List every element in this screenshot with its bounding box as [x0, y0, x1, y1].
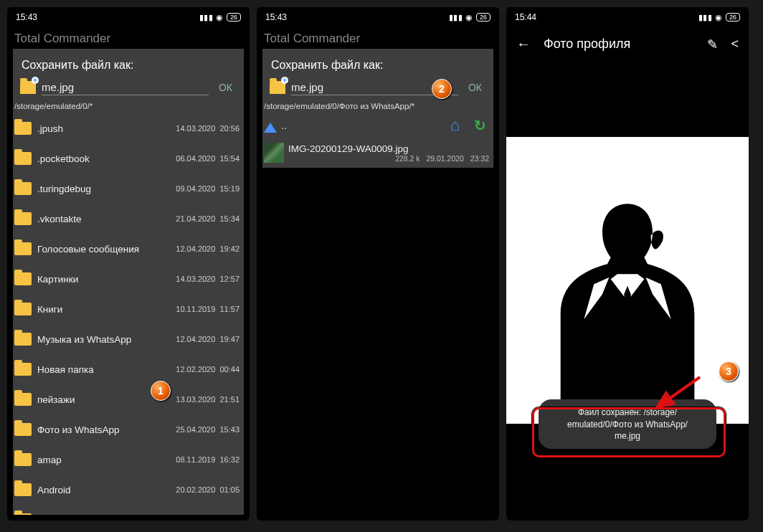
folder-meta: 08.11.2019 16:32 — [143, 447, 240, 472]
profile-photo — [506, 137, 749, 424]
folder-row[interactable]: Книги 10.11.2019 11:57 — [13, 294, 244, 324]
folder-name: Голосовые сообщения — [37, 244, 143, 255]
status-bar: 15:43 ▮▮▮ ◉ 26 — [257, 7, 499, 27]
file-row[interactable]: IMG-20200129-WA0009.jpg 228.2 k 29.01.20… — [262, 138, 493, 168]
folder-name: Картинки — [37, 274, 143, 285]
folder-name: backups — [37, 515, 143, 516]
folder-icon — [14, 182, 32, 195]
edit-icon[interactable]: ✎ — [707, 37, 718, 52]
folder-row[interactable]: Android 20.02.2020 01:05 — [13, 475, 244, 505]
folder-row[interactable]: .turingdebug 09.04.2020 15:19 — [13, 174, 244, 204]
folder-meta: 12.02.2020 00:44 — [143, 357, 240, 381]
folder-name: пейзажи — [37, 394, 143, 405]
folder-row[interactable]: .jpush 14.03.2020 20:56 — [13, 113, 244, 143]
current-path: /storage/emulated/0/* — [13, 100, 244, 113]
folder-icon — [14, 513, 32, 515]
folder-icon — [14, 272, 32, 285]
folder-meta: 12.04.2020 19:42 — [143, 237, 240, 261]
folder-name: Новая папка — [37, 364, 143, 375]
annotation-badge-1: 1 — [151, 381, 171, 401]
parent-dir-label[interactable]: .. — [281, 120, 447, 131]
new-folder-icon[interactable] — [20, 81, 36, 94]
folder-meta: 09.04.2020 15:19 — [143, 176, 240, 201]
filename-input[interactable] — [42, 80, 209, 95]
battery-percent: 26 — [476, 13, 490, 22]
folder-icon — [14, 363, 32, 376]
annotation-badge-2: 2 — [432, 79, 452, 99]
folder-icon — [14, 122, 32, 135]
folder-meta: 12.04.2020 19:47 — [143, 327, 240, 351]
folder-icon — [14, 212, 32, 225]
screenshot-2: 15:43 ▮▮▮ ◉ 26 Total Commander Сохранить… — [257, 7, 499, 521]
folder-meta: 25.04.2020 15:43 — [143, 417, 240, 442]
status-bar: 15:44 ▮▮▮ ◉ 26 — [506, 7, 749, 27]
annotation-badge-3: 3 — [719, 361, 739, 381]
annotation-arrow — [648, 373, 706, 416]
save-dialog: Сохранить файл как: ОК /storage/emulated… — [262, 49, 493, 168]
folder-icon — [14, 393, 32, 406]
folder-row[interactable]: Фото из WhatsApp 25.04.2020 15:43 — [13, 414, 244, 445]
dialog-title: Сохранить файл как: — [262, 56, 493, 79]
folder-icon — [14, 333, 32, 346]
folder-name: amap — [37, 455, 143, 465]
folder-meta: 21.04.2020 15:34 — [143, 206, 240, 231]
folder-row[interactable]: Музыка из WhatsApp 12.04.2020 19:47 — [13, 324, 244, 354]
folder-toolbar: .. ⌂ ↻ — [262, 113, 493, 138]
clock: 15:43 — [265, 12, 287, 22]
folder-name: Фото из WhatsApp — [37, 424, 143, 435]
page-title: Фото профиля — [544, 37, 694, 52]
battery-percent: 26 — [227, 13, 241, 22]
current-path: /storage/emulated/0/Фото из WhatsApp/* — [262, 100, 493, 113]
image-thumbnail — [264, 143, 284, 163]
screenshot-1: 15:43 ▮▮▮ ◉ 26 Total Commander Сохранить… — [7, 7, 250, 521]
folder-name: .jpush — [37, 123, 143, 134]
home-icon[interactable]: ⌂ — [450, 116, 460, 135]
wifi-icon: ◉ — [715, 13, 723, 22]
folder-list[interactable]: .jpush 14.03.2020 20:56.pocketbook 06.04… — [13, 113, 244, 515]
folder-meta: 09.04.2020 15:19 — [143, 508, 240, 515]
folder-meta: 14.03.2020 12:57 — [143, 267, 240, 291]
folder-meta: 06.04.2020 15:54 — [143, 146, 240, 171]
save-dialog: Сохранить файл как: ОК /storage/emulated… — [13, 49, 244, 515]
folder-row[interactable]: Картинки 14.03.2020 12:57 — [13, 264, 244, 294]
new-folder-icon[interactable] — [270, 81, 285, 94]
folder-icon — [14, 483, 32, 496]
folder-meta: 14.03.2020 20:56 — [143, 116, 240, 141]
app-title: Total Commander — [7, 27, 250, 46]
folder-name: Android — [37, 485, 143, 495]
dialog-title: Сохранить файл как: — [13, 56, 244, 79]
app-title: Total Commander — [257, 27, 499, 46]
signal-icon: ▮▮▮ — [698, 13, 713, 22]
signal-icon: ▮▮▮ — [199, 13, 214, 22]
wifi-icon: ◉ — [216, 13, 224, 22]
folder-icon — [14, 453, 32, 466]
folder-name: Музыка из WhatsApp — [37, 334, 143, 345]
folder-icon — [14, 303, 32, 315]
wifi-icon: ◉ — [465, 13, 473, 22]
battery-percent: 26 — [726, 13, 740, 22]
folder-meta: 20.02.2020 01:05 — [143, 478, 240, 502]
share-icon[interactable]: < — [731, 37, 739, 52]
clock: 15:43 — [16, 12, 37, 22]
folder-icon — [14, 242, 32, 255]
folder-row[interactable]: backups 09.04.2020 15:19 — [13, 505, 244, 515]
refresh-icon[interactable]: ↻ — [474, 117, 486, 134]
folder-icon — [14, 423, 32, 436]
ok-button[interactable]: ОК — [464, 79, 486, 96]
folder-row[interactable]: Голосовые сообщения 12.04.2020 19:42 — [13, 234, 244, 264]
up-arrow-icon[interactable] — [264, 118, 278, 133]
status-bar: 15:43 ▮▮▮ ◉ 26 — [7, 7, 250, 27]
folder-row[interactable]: .vkontakte 21.04.2020 15:34 — [13, 204, 244, 234]
clock: 15:44 — [515, 12, 536, 22]
screenshot-3: 15:44 ▮▮▮ ◉ 26 ← Фото профиля ✎ < Файл с… — [506, 7, 749, 521]
folder-row[interactable]: .pocketbook 06.04.2020 15:54 — [13, 143, 244, 174]
back-icon[interactable]: ← — [516, 36, 531, 52]
folder-icon — [14, 152, 32, 165]
file-name: IMG-20200129-WA0009.jpg — [288, 143, 489, 154]
ok-button[interactable]: ОК — [214, 79, 237, 96]
folder-row[interactable]: Новая папка 12.02.2020 00:44 — [13, 354, 244, 384]
folder-row[interactable]: amap 08.11.2019 16:32 — [13, 445, 244, 475]
folder-row[interactable]: пейзажи 13.03.2020 21:51 — [13, 384, 244, 414]
folder-name: Книги — [37, 304, 143, 315]
folder-meta: 10.11.2019 11:57 — [143, 297, 240, 321]
